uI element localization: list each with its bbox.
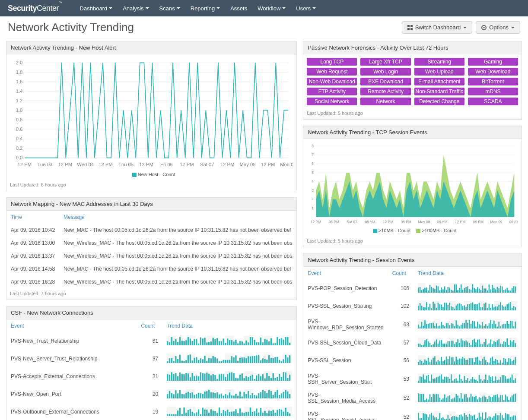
tag-gaming[interactable]: Gaming: [468, 58, 518, 66]
table-row[interactable]: PVS-Outbound_External_Connections19: [6, 403, 296, 420]
table-row[interactable]: Apr 09, 2016 16:28New_Wireless_MAC - The…: [6, 275, 296, 288]
last-updated: Last Updated: 5 hours ago: [303, 236, 522, 247]
svg-rect-606: [513, 306, 515, 310]
svg-rect-159: [256, 355, 258, 363]
table-row[interactable]: Apr 09, 2016 13:37New_Wireless_MAC - The…: [6, 249, 296, 262]
svg-rect-490: [433, 288, 434, 293]
svg-rect-638: [455, 320, 457, 328]
svg-rect-982: [471, 415, 472, 420]
table-row[interactable]: PVS-SSL_Session_Cloud_Data57: [303, 334, 522, 352]
tag-scada[interactable]: SCADA: [468, 98, 518, 105]
table-row[interactable]: PVS-New_Server_Trust_Relationship37: [6, 350, 296, 368]
svg-rect-579: [469, 304, 470, 310]
svg-rect-106: [285, 337, 286, 345]
nav-users[interactable]: Users: [296, 5, 316, 12]
table-row[interactable]: Apr 09, 2016 14:58New_MAC - The host 00:…: [6, 262, 296, 275]
svg-rect-819: [423, 375, 424, 383]
svg-rect-536: [508, 290, 509, 292]
svg-rect-213: [229, 373, 230, 381]
nav-analysis[interactable]: Analysis: [123, 5, 149, 12]
table-row[interactable]: PVS-POP_Session_Detection106: [303, 280, 522, 297]
svg-rect-867: [502, 375, 503, 383]
tag-exe-download[interactable]: EXE Download: [360, 78, 410, 85]
svg-rect-974: [457, 417, 458, 420]
tag-web-download[interactable]: Web Download: [468, 68, 518, 76]
svg-rect-76: [223, 338, 224, 345]
svg-text:Sat 07: Sat 07: [200, 162, 214, 167]
svg-rect-938: [508, 400, 509, 402]
tag-non-web-download[interactable]: Non-Web Download: [307, 78, 357, 85]
svg-rect-933: [500, 395, 501, 402]
svg-rect-844: [464, 376, 465, 383]
tag-network[interactable]: Network: [360, 98, 410, 105]
gear-icon: [481, 25, 487, 30]
svg-rect-278: [225, 394, 226, 398]
tag-streaming[interactable]: Streaming: [414, 58, 464, 66]
nav-workflow[interactable]: Workflow: [258, 5, 286, 12]
nav-scans[interactable]: Scans: [159, 5, 180, 12]
svg-rect-755: [428, 358, 429, 365]
panel-forensics: Passive Network Forensics - Activity Ove…: [303, 41, 522, 120]
tag-ftp-activity[interactable]: FTP Activity: [307, 88, 357, 95]
tag-web-upload[interactable]: Web Upload: [414, 68, 464, 76]
table-row[interactable]: PVS-SSL_Session_Media_Access52: [303, 388, 522, 407]
table-row[interactable]: PVS-SSH_Server_Session_Start53: [303, 369, 522, 388]
brand-logo: SecurityCenter™: [8, 4, 63, 13]
svg-rect-297: [264, 391, 266, 398]
svg-rect-138: [213, 356, 214, 363]
tag-long-tcp[interactable]: Long TCP: [307, 58, 357, 66]
svg-rect-968: [447, 415, 448, 420]
svg-rect-376: [289, 414, 290, 416]
svg-rect-824: [431, 375, 432, 383]
tag-remote-activity[interactable]: Remote Activity: [360, 88, 410, 95]
tag-e-mail-attachment[interactable]: E-mail Attachment: [414, 78, 464, 85]
svg-rect-200: [202, 373, 204, 381]
table-row[interactable]: PVS-New_Trust_Relationship61: [6, 332, 296, 350]
switch-dashboard-button[interactable]: Switch Dashboard: [402, 21, 473, 34]
table-row[interactable]: PVS-New_Open_Port20: [6, 385, 296, 403]
svg-rect-368: [273, 410, 274, 416]
tag-non-standard-traffic[interactable]: Non-Standard Traffic: [414, 88, 464, 95]
svg-rect-88: [248, 342, 249, 345]
options-button[interactable]: Options: [476, 21, 520, 34]
svg-rect-120: [175, 356, 176, 363]
svg-rect-643: [464, 323, 465, 329]
svg-rect-491: [434, 289, 436, 293]
tag-bittorrent[interactable]: BitTorrent: [468, 78, 518, 85]
table-row[interactable]: Apr 09, 2016 10:42New_MAC - The host 00:…: [6, 224, 296, 237]
svg-rect-644: [465, 320, 467, 329]
svg-text:Thu 05: Thu 05: [118, 162, 134, 167]
svg-rect-626: [436, 324, 437, 329]
new-host-chart: 0.00.20.40.60.81.01.21.41.61.82.012 PMTu…: [10, 58, 293, 170]
tag-web-login[interactable]: Web Login: [360, 68, 410, 76]
svg-rect-703: [452, 341, 454, 347]
svg-rect-669: [506, 321, 508, 328]
svg-rect-769: [451, 357, 452, 365]
nav-reporting[interactable]: Reporting: [191, 5, 220, 12]
table-row[interactable]: PVS-SSL_Session_Starting102: [303, 297, 522, 315]
svg-rect-634: [449, 325, 450, 329]
tag-detected-change[interactable]: Detected Change: [414, 98, 464, 105]
svg-rect-777: [464, 358, 465, 365]
svg-rect-348: [231, 412, 232, 416]
svg-rect-283: [235, 394, 237, 398]
svg-rect-152: [242, 357, 243, 363]
svg-text:06 PM: 06 PM: [401, 220, 411, 224]
table-row[interactable]: PVS-Accepts_External_Connections31: [6, 368, 296, 385]
svg-rect-2: [407, 28, 410, 30]
svg-rect-493: [438, 286, 439, 293]
tag-mdns[interactable]: mDNS: [468, 88, 518, 95]
nav-assets[interactable]: Assets: [230, 5, 247, 12]
nav-dashboard[interactable]: Dashboard: [80, 5, 113, 12]
svg-rect-134: [204, 356, 206, 363]
table-row[interactable]: PVS-SSL_Session56: [303, 352, 522, 369]
tag-social-network[interactable]: Social Network: [307, 98, 357, 105]
tag-large-xfr-tcp[interactable]: Large Xfr TCP: [360, 58, 410, 66]
table-row[interactable]: Apr 09, 2016 13:00New_Wireless_MAC - The…: [6, 237, 296, 249]
svg-rect-629: [441, 322, 442, 328]
tag-web-request[interactable]: Web Request: [307, 68, 357, 76]
table-row[interactable]: PVS-SSL_Session_Social_Access52: [303, 407, 522, 420]
last-updated: Last Updated: 6 hours ago: [6, 180, 296, 191]
table-row[interactable]: PVS-Windows_RDP_Session_Started63: [303, 315, 522, 334]
svg-rect-591: [489, 304, 490, 310]
